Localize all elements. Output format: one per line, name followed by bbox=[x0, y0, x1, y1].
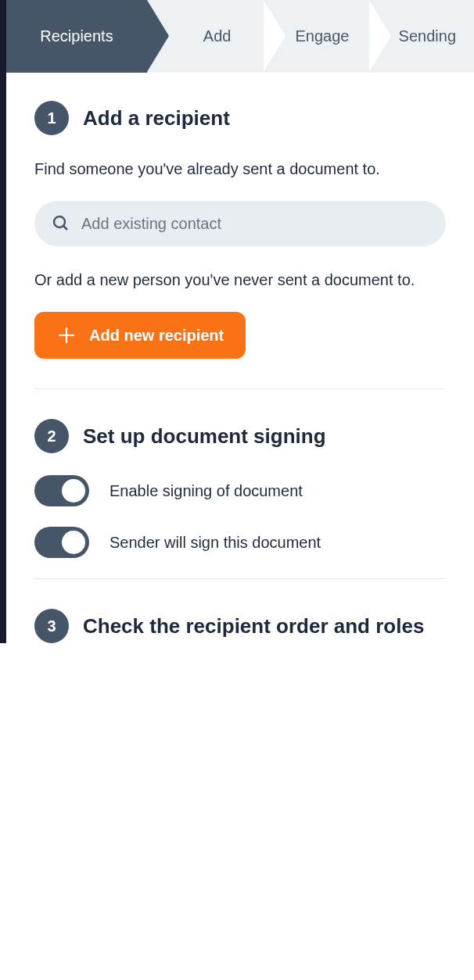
section-title: Add a recipient bbox=[83, 106, 230, 131]
toggle-label: Enable signing of document bbox=[110, 482, 303, 500]
step-label: Engage bbox=[296, 27, 350, 45]
search-icon bbox=[52, 214, 70, 233]
section-document-signing: 2 Set up document signing Enable signing… bbox=[34, 419, 446, 579]
step-number: 2 bbox=[47, 427, 56, 445]
section-recipient-order: 3 Check the recipient order and roles bbox=[34, 609, 446, 643]
add-button-label: Add new recipient bbox=[89, 327, 224, 345]
step-badge-2: 2 bbox=[34, 419, 69, 453]
section-header: 3 Check the recipient order and roles bbox=[34, 609, 446, 643]
stepper-nav: Recipients Add Engage Sending bbox=[6, 0, 474, 73]
svg-point-0 bbox=[54, 216, 65, 227]
toggle-label: Sender will sign this document bbox=[110, 534, 321, 552]
add-new-description: Or add a new person you've never sent a … bbox=[34, 268, 446, 291]
step-number: 3 bbox=[47, 617, 56, 635]
step-badge-3: 3 bbox=[34, 609, 69, 643]
toggle-row-sender-sign: Sender will sign this document bbox=[34, 527, 446, 558]
step-recipients[interactable]: Recipients bbox=[6, 0, 147, 73]
app-container: Recipients Add Engage Sending 1 Add a re… bbox=[0, 0, 474, 643]
step-badge-1: 1 bbox=[34, 101, 69, 135]
content-area: 1 Add a recipient Find someone you've al… bbox=[6, 73, 474, 643]
section-title: Set up document signing bbox=[83, 424, 326, 449]
step-label: Sending bbox=[399, 27, 456, 45]
add-new-recipient-button[interactable]: Add new recipient bbox=[34, 312, 246, 359]
section-add-recipient: 1 Add a recipient Find someone you've al… bbox=[34, 101, 446, 389]
svg-line-1 bbox=[63, 226, 67, 230]
section-header: 2 Set up document signing bbox=[34, 419, 446, 453]
step-label: Recipients bbox=[40, 27, 113, 45]
toggle-row-enable-signing: Enable signing of document bbox=[34, 475, 446, 506]
toggle-sender-sign[interactable] bbox=[34, 527, 89, 558]
step-sending[interactable]: Sending bbox=[369, 0, 474, 73]
step-label: Add bbox=[203, 27, 232, 45]
find-existing-description: Find someone you've already sent a docum… bbox=[34, 157, 446, 181]
section-title: Check the recipient order and roles bbox=[83, 614, 424, 638]
toggle-enable-signing[interactable] bbox=[34, 475, 89, 506]
step-number: 1 bbox=[47, 109, 56, 127]
search-input[interactable] bbox=[81, 215, 429, 233]
plus-icon bbox=[56, 325, 77, 345]
divider bbox=[34, 388, 446, 389]
divider bbox=[34, 578, 446, 579]
search-container[interactable] bbox=[34, 201, 446, 246]
section-header: 1 Add a recipient bbox=[34, 101, 446, 135]
step-engage[interactable]: Engage bbox=[264, 0, 368, 73]
